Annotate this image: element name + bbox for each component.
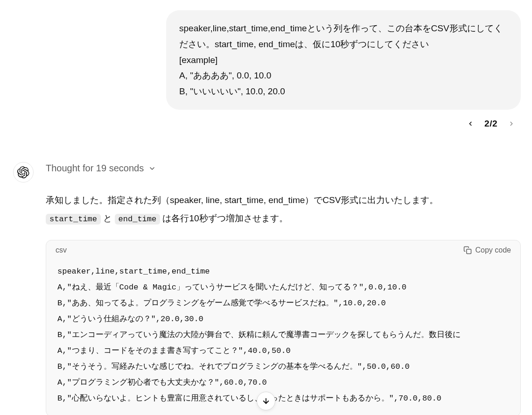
svg-rect-0 (466, 249, 471, 254)
chevron-left-icon (467, 120, 474, 127)
user-message-container: speaker,line,start_time,end_timeという列を作って… (0, 0, 532, 110)
assistant-message-row: Thought for 19 seconds 承知しました。指定された列（spe… (0, 129, 532, 415)
code-block-header: csv Copy code (46, 240, 520, 260)
scroll-to-bottom-button[interactable] (257, 392, 275, 410)
inline-code: end_time (115, 214, 161, 225)
assistant-avatar (13, 162, 34, 183)
thought-toggle[interactable]: Thought for 19 seconds (46, 163, 521, 174)
user-message-line: A, "ああああ", 0.0, 10.0 (179, 68, 508, 84)
user-message-bubble: speaker,line,start_time,end_timeという列を作って… (166, 10, 521, 110)
chevron-down-icon (148, 165, 156, 172)
assistant-content: Thought for 19 seconds 承知しました。指定された列（spe… (46, 163, 521, 415)
copy-code-button[interactable]: Copy code (463, 246, 511, 254)
user-message-line: speaker,line,start_time,end_timeという列を作って… (179, 21, 508, 52)
user-message-line: B, "いいいいい", 10.0, 20.0 (179, 84, 508, 99)
response-segment: と (101, 213, 115, 223)
openai-logo-icon (17, 166, 29, 178)
inline-code: start_time (46, 214, 101, 225)
user-message-line: [example] (179, 52, 508, 68)
message-pagination: 2/2 (0, 110, 532, 129)
copy-code-label: Copy code (476, 246, 511, 254)
copy-icon (463, 246, 472, 254)
response-segment: は各行10秒ずつ増加させます。 (160, 213, 287, 223)
assistant-response-text: 承知しました。指定された列（speaker, line, start_time,… (46, 191, 521, 228)
arrow-down-icon (262, 397, 270, 405)
code-content[interactable]: speaker,line,start_time,end_time A,"ねえ、最… (46, 260, 520, 415)
chevron-right-icon (508, 120, 515, 127)
pagination-next-button[interactable] (506, 118, 517, 129)
code-language-label: csv (56, 246, 67, 254)
thought-label: Thought for 19 seconds (46, 163, 144, 174)
pagination-prev-button[interactable] (465, 118, 476, 129)
response-segment: 承知しました。指定された列（speaker, line, start_time,… (46, 195, 438, 205)
pagination-count: 2/2 (484, 119, 497, 129)
code-block: csv Copy code speaker,line,start_time,en… (46, 240, 521, 415)
